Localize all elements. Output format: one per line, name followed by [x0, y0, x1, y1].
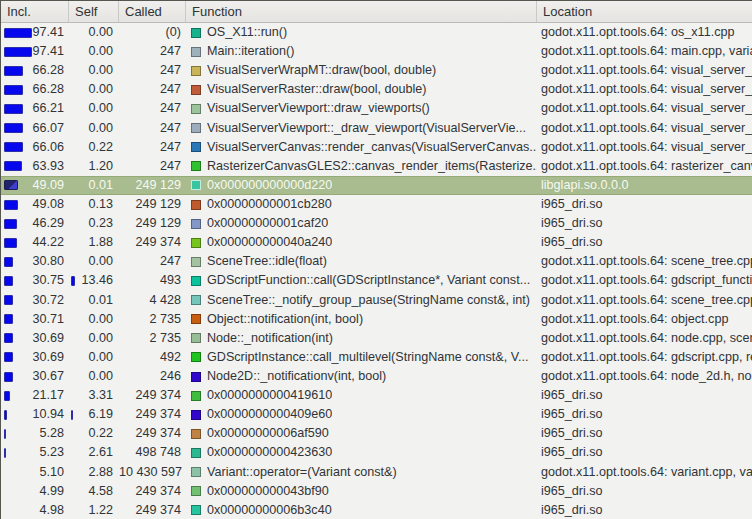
called-value: 249 374	[135, 407, 181, 421]
function-color-icon	[191, 429, 201, 439]
incl-percent-bar	[4, 372, 13, 382]
self-cell: 0.00	[69, 119, 119, 138]
location-cell: godot.x11.opt.tools.64: scene_tree.cpp,	[537, 291, 752, 310]
called-cell: 247	[119, 252, 186, 271]
table-row[interactable]: 10.94 6.19 249 374 0x0000000000409e60 i9…	[1, 405, 752, 424]
incl-cell: 30.67	[1, 367, 69, 386]
called-value: 249 129	[135, 216, 181, 230]
incl-value: 30.75	[32, 273, 64, 287]
table-row[interactable]: 49.09 0.01 249 129 0x000000000000d220 li…	[1, 176, 752, 195]
incl-cell: 49.09	[1, 176, 69, 195]
called-cell: 2 735	[119, 310, 186, 329]
function-color-icon	[191, 219, 201, 229]
table-row[interactable]: 30.80 0.00 247 SceneTree::idle(float) go…	[1, 252, 752, 271]
table-row[interactable]: 30.72 0.01 4 428 SceneTree::_notify_grou…	[1, 291, 752, 310]
incl-percent-bar	[4, 352, 13, 362]
incl-cell: 4.99	[1, 482, 69, 501]
incl-value: 30.69	[32, 331, 64, 345]
incl-cell: 5.10	[1, 463, 69, 482]
incl-value: 44.22	[32, 235, 64, 249]
self-cell: 0.00	[69, 61, 119, 80]
table-row[interactable]: 44.22 1.88 249 374 0x000000000040a240 i9…	[1, 233, 752, 252]
called-value: 247	[160, 254, 181, 268]
incl-value: 66.21	[32, 101, 64, 115]
table-row[interactable]: 97.41 0.00 (0) OS_X11::run() godot.x11.o…	[1, 23, 752, 42]
table-row[interactable]: 21.17 3.31 249 374 0x0000000000419610 i9…	[1, 386, 752, 405]
called-cell: 247	[119, 80, 186, 99]
self-value: 0.13	[88, 197, 113, 211]
incl-percent-bar	[4, 410, 7, 420]
table-row[interactable]: 46.29 0.23 249 129 0x00000000001caf20 i9…	[1, 214, 752, 233]
table-row[interactable]: 5.10 2.88 10 430 597 Variant::operator=(…	[1, 463, 752, 482]
incl-value: 5.10	[39, 465, 64, 479]
function-cell: RasterizerCanvasGLES2::canvas_render_ite…	[186, 157, 537, 176]
incl-value: 49.08	[32, 197, 64, 211]
function-cell: 0x0000000000409e60	[186, 405, 537, 424]
column-header-incl[interactable]: Incl.	[1, 1, 69, 22]
table-row[interactable]: 4.99 4.58 249 374 0x000000000043bf90 i96…	[1, 482, 752, 501]
function-name: GDScriptFunction::call(GDScriptInstance*…	[207, 271, 530, 290]
incl-cell: 4.98	[1, 501, 69, 519]
location-value: godot.x11.opt.tools.64: visual_server_ra	[541, 82, 752, 96]
function-name: 0x00000000001cb280	[207, 195, 332, 214]
location-cell: i965_dri.so	[537, 233, 752, 252]
location-cell: godot.x11.opt.tools.64: visual_server_ra	[537, 80, 752, 99]
table-row[interactable]: 49.08 0.13 249 129 0x00000000001cb280 i9…	[1, 195, 752, 214]
column-header-called[interactable]: Called	[119, 1, 186, 22]
function-color-icon	[191, 314, 201, 324]
called-value: 247	[160, 121, 181, 135]
incl-cell: 30.72	[1, 291, 69, 310]
incl-percent-bar	[4, 200, 18, 210]
location-value: i965_dri.so	[541, 503, 603, 517]
location-value: i965_dri.so	[541, 216, 603, 230]
incl-value: 97.41	[32, 44, 64, 58]
self-value: 0.00	[88, 254, 113, 268]
incl-value: 66.28	[32, 82, 64, 96]
table-row[interactable]: 66.07 0.00 247 VisualServerViewport::_dr…	[1, 119, 752, 138]
location-cell: i965_dri.so	[537, 386, 752, 405]
function-cell: 0x00000000006b3c40	[186, 501, 537, 519]
incl-cell: 44.22	[1, 233, 69, 252]
table-row[interactable]: 66.21 0.00 247 VisualServerViewport::dra…	[1, 99, 752, 118]
called-value: 498 748	[135, 445, 181, 459]
function-cell: 0x00000000001caf20	[186, 214, 537, 233]
table-row[interactable]: 30.69 0.00 492 GDScriptInstance::call_mu…	[1, 348, 752, 367]
location-cell: i965_dri.so	[537, 405, 752, 424]
function-color-icon	[191, 161, 201, 171]
function-name: GDScriptInstance::call_multilevel(String…	[207, 348, 529, 367]
called-cell: 249 374	[119, 233, 186, 252]
table-row[interactable]: 66.28 0.00 247 VisualServerWrapMT::draw(…	[1, 61, 752, 80]
self-cell: 1.20	[69, 157, 119, 176]
location-cell: i965_dri.so	[537, 443, 752, 462]
function-cell: SceneTree::idle(float)	[186, 252, 537, 271]
table-row[interactable]: 30.69 0.00 2 735 Node::_notification(int…	[1, 329, 752, 348]
table-row[interactable]: 5.28 0.22 249 374 0x00000000006af590 i96…	[1, 424, 752, 443]
called-value: 249 129	[135, 197, 181, 211]
column-header-location[interactable]: Location	[537, 1, 752, 22]
table-body: 97.41 0.00 (0) OS_X11::run() godot.x11.o…	[1, 23, 752, 519]
table-row[interactable]: 5.23 2.61 498 748 0x0000000000423630 i96…	[1, 443, 752, 462]
self-value: 6.19	[88, 407, 113, 421]
table-row[interactable]: 30.71 0.00 2 735 Object::notification(in…	[1, 310, 752, 329]
table-row[interactable]: 63.93 1.20 247 RasterizerCanvasGLES2::ca…	[1, 157, 752, 176]
self-value: 0.01	[88, 178, 113, 192]
self-value: 0.00	[88, 82, 113, 96]
table-row[interactable]: 97.41 0.00 247 Main::iteration() godot.x…	[1, 42, 752, 61]
column-header-function[interactable]: Function	[186, 1, 537, 22]
incl-percent-bar	[4, 276, 13, 286]
location-cell: godot.x11.opt.tools.64: node_2d.h, nod	[537, 367, 752, 386]
location-value: godot.x11.opt.tools.64: rasterizer_canva	[541, 159, 752, 173]
table-row[interactable]: 66.28 0.00 247 VisualServerRaster::draw(…	[1, 80, 752, 99]
incl-percent-bar	[4, 314, 13, 324]
table-row[interactable]: 4.98 1.22 249 374 0x00000000006b3c40 i96…	[1, 501, 752, 519]
incl-cell: 30.69	[1, 348, 69, 367]
incl-percent-bar	[4, 333, 13, 343]
self-value: 0.00	[88, 101, 113, 115]
table-row[interactable]: 30.67 0.00 246 Node2D::_notificationv(in…	[1, 367, 752, 386]
table-row[interactable]: 66.06 0.22 247 VisualServerCanvas::rende…	[1, 138, 752, 157]
self-value: 0.00	[88, 25, 113, 39]
location-cell: godot.x11.opt.tools.64: main.cpp, varia	[537, 42, 752, 61]
table-row[interactable]: 30.75 13.46 493 GDScriptFunction::call(G…	[1, 271, 752, 290]
incl-percent-bar	[4, 429, 6, 439]
column-header-self[interactable]: Self	[69, 1, 119, 22]
